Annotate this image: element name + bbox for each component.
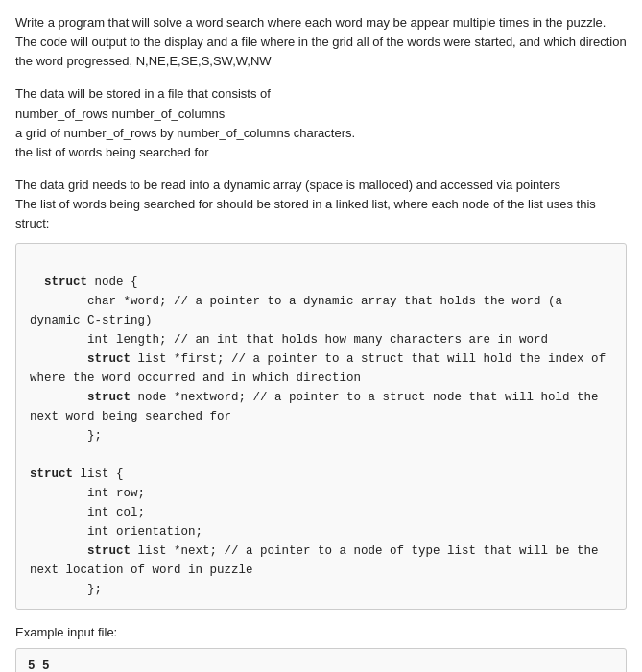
dynamic-array-section: The data grid needs to be read into a dy… [15, 176, 627, 233]
data-format-line3: a grid of number_of_rows by number_of_co… [15, 124, 627, 143]
example-input-block: 5 5 TESTA ESEEB SSESC TSETD AYUDF test [15, 648, 627, 672]
keyword-struct2: struct [87, 352, 131, 366]
data-format-line2: number_of_rows number_of_columns [15, 105, 627, 124]
code-block: struct node { char *word; // a pointer t… [15, 243, 627, 610]
dynamic-array-line2: The list of words being searched for sho… [15, 195, 627, 233]
dynamic-array-line1: The data grid needs to be read into a dy… [15, 176, 627, 195]
intro-paragraph: Write a program that will solve a word s… [15, 13, 627, 71]
data-format-line4: the list of words being searched for [15, 143, 627, 162]
example-label: Example input file: [15, 623, 627, 642]
data-format-line1: The data will be stored in a file that c… [15, 84, 627, 104]
keyword-struct4: struct [30, 468, 73, 481]
data-format-section: The data will be stored in a file that c… [15, 84, 627, 162]
keyword-struct1: struct [44, 276, 87, 289]
keyword-struct3: struct [87, 391, 131, 404]
keyword-struct5: struct [87, 544, 131, 558]
